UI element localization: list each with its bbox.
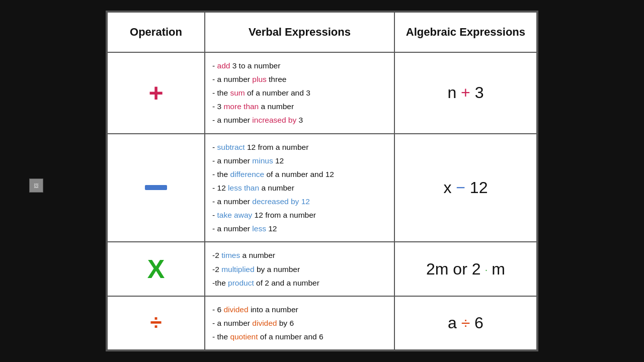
- verbal-line: - a number less 12: [212, 222, 387, 235]
- verbal-line: -the product of 2 and a number: [212, 276, 387, 290]
- alg-addition-cell: n + 3: [394, 52, 537, 134]
- alg-plus-sign: +: [461, 83, 470, 102]
- verbal-line: - subtract 12 from a number: [212, 140, 387, 154]
- op-div-cell: ÷: [107, 296, 205, 350]
- expressions-table: Operation Verbal Expressions Algebraic E…: [107, 12, 537, 350]
- verbal-line: - add 3 to a number: [212, 59, 387, 72]
- verbal-line: - the difference of a number and 12: [212, 167, 387, 181]
- alg-multiplication-cell: 2m or 2 · m: [394, 242, 537, 296]
- verbal-line: - take away 12 from a number: [212, 208, 387, 222]
- verbal-line: - a number minus 12: [212, 154, 387, 167]
- plus-icon: +: [148, 79, 163, 107]
- times-icon: X: [147, 254, 165, 284]
- op-times-cell: X: [107, 242, 205, 296]
- minus-icon: [145, 185, 167, 190]
- op-minus-cell: [107, 134, 205, 242]
- verbal-line: - 6 divided into a number: [212, 303, 387, 316]
- verbal-line: - a number plus three: [212, 72, 387, 86]
- table-row: ÷ - 6 divided into a number - a number d…: [107, 296, 537, 350]
- verbal-line: -2 multiplied by a number: [212, 262, 387, 276]
- verbal-division-cell: - 6 divided into a number - a number div…: [205, 296, 394, 350]
- verbal-line: - the sum of a number and 3: [212, 86, 387, 100]
- taskbar-icon: 🖼: [29, 178, 43, 193]
- alg-division-cell: a ÷ 6: [394, 296, 537, 350]
- main-table-container: Operation Verbal Expressions Algebraic E…: [106, 11, 538, 351]
- alg-div-sign: ÷: [461, 314, 470, 332]
- verbal-line: - a number decreased by 12: [212, 195, 387, 208]
- verbal-line: - 3 more than a number: [212, 100, 387, 113]
- page-wrapper: 🖼 Operation Verbal Expressions Algebraic…: [0, 0, 644, 362]
- op-plus-cell: +: [107, 52, 205, 134]
- verbal-multiplication-cell: -2 times a number -2 multiplied by a num…: [205, 242, 394, 296]
- header-algebraic: Algebraic Expressions: [394, 12, 537, 52]
- verbal-subtraction-cell: - subtract 12 from a number - a number m…: [205, 134, 394, 242]
- verbal-line: - 12 less than a number: [212, 181, 387, 195]
- verbal-line: -2 times a number: [212, 248, 387, 262]
- header-operation: Operation: [107, 12, 205, 52]
- verbal-addition-cell: - add 3 to a number - a number plus thre…: [205, 52, 394, 134]
- verbal-line: - a number increased by 3: [212, 113, 387, 127]
- div-icon: ÷: [150, 311, 162, 334]
- alg-dot: ·: [485, 266, 487, 274]
- verbal-line: - a number divided by 6: [212, 316, 387, 330]
- header-verbal: Verbal Expressions: [205, 12, 394, 52]
- table-row: - subtract 12 from a number - a number m…: [107, 134, 537, 242]
- verbal-line: - the quotient of a number and 6: [212, 330, 387, 343]
- alg-minus-sign: −: [456, 178, 465, 197]
- table-row: + - add 3 to a number - a number plus th…: [107, 52, 537, 134]
- alg-subtraction-cell: x − 12: [394, 134, 537, 242]
- table-row: X -2 times a number -2 multiplied by a n…: [107, 242, 537, 296]
